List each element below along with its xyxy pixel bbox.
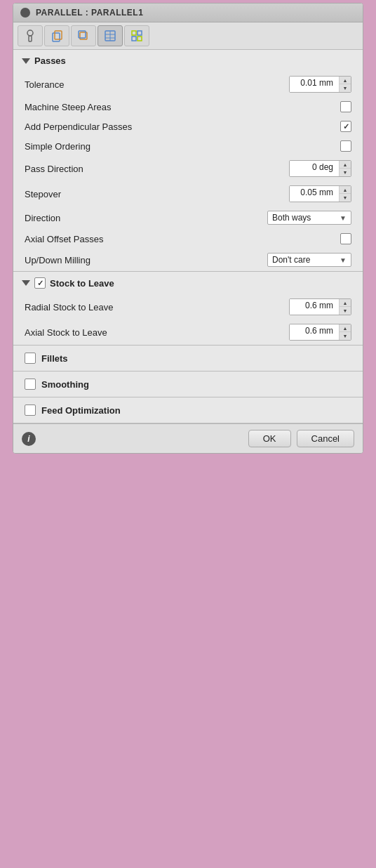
feed-opt-label: Feed Optimization [41, 405, 121, 416]
svg-point-0 [27, 30, 33, 36]
cancel-button[interactable]: Cancel [297, 430, 354, 447]
feed-opt-group: Feed Optimization [25, 405, 121, 416]
svg-rect-2 [53, 33, 60, 41]
footer: i OK Cancel [13, 423, 363, 453]
add-perp-label: Add Perpendicular Passes [25, 121, 132, 132]
dialog-buttons: OK Cancel [248, 430, 354, 447]
direction-control: Both ways ▼ [267, 211, 351, 225]
svg-rect-1 [29, 36, 32, 41]
tolerance-up-btn[interactable]: ▲ [340, 77, 351, 84]
copy-button[interactable] [44, 25, 69, 46]
stepover-row: Stepover 0.05 mm ▲ ▼ [13, 181, 363, 206]
axial-offset-label: Axial Offset Passes [25, 234, 103, 244]
tool-icon [23, 29, 37, 43]
axial-stock-spinner-btns: ▲ ▼ [339, 324, 351, 340]
grid-icon [130, 29, 144, 43]
stock-to-leave-section: Stock to Leave Radial Stock to Leave 0.6… [13, 272, 363, 345]
svg-rect-10 [132, 31, 136, 35]
main-panel: PARALLEL : PARALLEL1 [13, 3, 363, 454]
content-area: Passes Tolerance 0.01 mm ▲ ▼ [13, 50, 363, 423]
updown-milling-value: Don't care [272, 255, 310, 265]
updown-milling-dropdown[interactable]: Don't care ▼ [267, 253, 351, 267]
fillets-group: Fillets [25, 353, 68, 364]
svg-rect-11 [137, 31, 142, 35]
pass-direction-label: Pass Direction [25, 164, 83, 174]
radial-stock-down-btn[interactable]: ▼ [340, 307, 351, 315]
pass-direction-down-btn[interactable]: ▼ [340, 169, 351, 176]
table-icon [103, 29, 117, 43]
simple-ordering-label: Simple Ordering [25, 141, 90, 152]
table-button[interactable] [98, 25, 123, 46]
stepover-control: 0.05 mm ▲ ▼ [289, 185, 351, 202]
axial-stock-up-btn[interactable]: ▲ [340, 324, 351, 332]
machine-steep-control [340, 101, 351, 112]
feed-optimization-row: Feed Optimization [13, 397, 363, 423]
svg-rect-13 [137, 37, 142, 41]
stepover-spinner-btns: ▲ ▼ [339, 186, 351, 202]
stock-to-leave-label: Stock to Leave [50, 278, 114, 289]
svg-rect-3 [55, 31, 62, 39]
simple-ordering-checkbox[interactable] [340, 140, 351, 152]
simple-ordering-row: Simple Ordering [13, 136, 363, 156]
radial-stock-spinner-btns: ▲ ▼ [339, 299, 351, 315]
tolerance-row: Tolerance 0.01 mm ▲ ▼ [13, 72, 363, 97]
add-perp-row: Add Perpendicular Passes [13, 117, 363, 136]
pass-direction-spinner[interactable]: 0 deg ▲ ▼ [289, 160, 351, 177]
feed-opt-checkbox[interactable] [25, 405, 36, 416]
toolbar [13, 22, 363, 50]
updown-milling-dropdown-arrow: ▼ [340, 256, 347, 264]
copy-icon [50, 29, 64, 43]
stock-to-leave-header[interactable]: Stock to Leave [13, 272, 363, 294]
fillets-checkbox[interactable] [25, 353, 36, 364]
box-icon [76, 29, 90, 43]
title-bar: PARALLEL : PARALLEL1 [13, 4, 363, 22]
stepover-down-btn[interactable]: ▼ [340, 194, 351, 202]
svg-rect-12 [132, 37, 136, 41]
machine-steep-row: Machine Steep Areas [13, 97, 363, 117]
stepover-spinner[interactable]: 0.05 mm ▲ ▼ [289, 185, 351, 202]
pass-direction-value: 0 deg [290, 161, 339, 176]
pass-direction-spinner-btns: ▲ ▼ [339, 161, 351, 176]
tolerance-spinner[interactable]: 0.01 mm ▲ ▼ [289, 76, 351, 93]
smoothing-row: Smoothing [13, 371, 363, 397]
axial-stock-control: 0.6 mm ▲ ▼ [289, 324, 351, 341]
axial-offset-checkbox[interactable] [340, 233, 351, 244]
grid-button[interactable] [124, 25, 149, 46]
tolerance-value: 0.01 mm [290, 77, 339, 92]
stepover-up-btn[interactable]: ▲ [340, 186, 351, 194]
direction-dropdown[interactable]: Both ways ▼ [267, 211, 351, 225]
direction-value: Both ways [272, 213, 311, 223]
updown-milling-row: Up/Down Milling Don't care ▼ [13, 249, 363, 271]
window-icon [20, 8, 30, 18]
direction-row: Direction Both ways ▼ [13, 206, 363, 229]
direction-dropdown-arrow: ▼ [340, 214, 347, 222]
tolerance-down-btn[interactable]: ▼ [340, 84, 351, 92]
ok-button[interactable]: OK [248, 430, 291, 447]
add-perp-checkbox[interactable] [340, 121, 351, 132]
tolerance-control: 0.01 mm ▲ ▼ [289, 76, 351, 93]
pass-direction-up-btn[interactable]: ▲ [340, 161, 351, 169]
add-perp-control [340, 121, 351, 132]
axial-offset-row: Axial Offset Passes [13, 229, 363, 249]
smoothing-label: Smoothing [41, 379, 89, 390]
box-button[interactable] [71, 25, 96, 46]
axial-stock-row: Axial Stock to Leave 0.6 mm ▲ ▼ [13, 320, 363, 345]
tool-button[interactable] [18, 25, 43, 46]
machine-steep-checkbox[interactable] [340, 101, 351, 112]
radial-stock-spinner[interactable]: 0.6 mm ▲ ▼ [289, 298, 351, 315]
stock-to-leave-checkbox[interactable] [34, 277, 46, 289]
smoothing-group: Smoothing [25, 379, 89, 390]
pass-direction-row: Pass Direction 0 deg ▲ ▼ [13, 156, 363, 181]
stock-to-leave-body: Radial Stock to Leave 0.6 mm ▲ ▼ Axial [13, 294, 363, 345]
info-button[interactable]: i [22, 432, 36, 446]
passes-header[interactable]: Passes [13, 50, 363, 72]
passes-label: Passes [34, 55, 66, 66]
axial-stock-down-btn[interactable]: ▼ [340, 332, 351, 340]
stock-collapse-icon [22, 280, 30, 286]
direction-label: Direction [25, 213, 60, 223]
radial-stock-up-btn[interactable]: ▲ [340, 299, 351, 307]
window-title: PARALLEL : PARALLEL1 [36, 8, 143, 18]
axial-stock-spinner[interactable]: 0.6 mm ▲ ▼ [289, 324, 351, 341]
smoothing-checkbox[interactable] [25, 379, 36, 390]
passes-collapse-icon [22, 58, 30, 64]
